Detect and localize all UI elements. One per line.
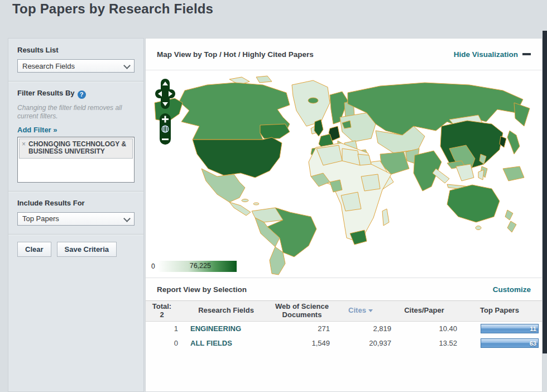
report-view-header: Report View by Selection Customize <box>146 278 542 300</box>
cell-rank: 0 <box>146 339 178 347</box>
map-pan-control[interactable] <box>155 79 175 109</box>
page: Top Papers by Research Fields Results Li… <box>0 0 547 392</box>
hide-visualization-link[interactable]: Hide Visualization <box>454 50 531 59</box>
column-research-fields: Research Fields <box>178 307 274 315</box>
field-link[interactable]: ALL FIELDS <box>178 339 274 347</box>
sort-caret-icon <box>368 309 373 312</box>
report-table-header: Total: 2 Research Fields Web of Science … <box>146 300 542 322</box>
filter-section: Filter Results By? Changing the filter f… <box>8 81 143 191</box>
sidebar-actions: Clear Save Criteria <box>8 234 143 265</box>
cell-top-papers: 11 <box>457 324 542 333</box>
cell-cites: 2,819 <box>330 324 391 333</box>
filter-chip-label: CHONGQING TECHNOLOGY & BUSINESS UNIVERSI… <box>28 141 129 156</box>
cell-cites-per-paper: 13.52 <box>391 339 457 347</box>
top-papers-bar: 63 <box>481 338 539 348</box>
include-results-select[interactable]: Top Papers <box>17 212 135 226</box>
cell-top-papers: 63 <box>457 338 542 348</box>
world-map[interactable] <box>146 70 542 278</box>
report-view-title: Report View by Selection <box>157 285 247 294</box>
main-panel: Map View by Top / Hot / Highly Cited Pap… <box>145 38 543 392</box>
legend-gradient-bar: 76,225 <box>159 261 237 272</box>
include-results-section: Include Results For Top Papers <box>8 191 143 234</box>
include-results-value: Top Papers <box>22 214 59 223</box>
results-list-label: Results List <box>17 46 135 54</box>
results-list-value: Research Fields <box>22 62 75 70</box>
region-russia-central-asia[interactable] <box>348 83 530 161</box>
add-filter-link[interactable]: Add Filter » <box>17 126 135 134</box>
hide-visualization-icon <box>522 53 531 55</box>
legend-min: 0 <box>151 262 155 270</box>
column-wos-documents: Web of Science Documents <box>274 303 330 319</box>
total-header: Total: 2 <box>146 303 178 319</box>
include-results-label: Include Results For <box>17 199 135 207</box>
map-zoom-control[interactable] <box>160 113 171 145</box>
customize-link[interactable]: Customize <box>493 285 531 294</box>
save-criteria-button[interactable]: Save Criteria <box>57 242 117 257</box>
map-area: 0 76,225 <box>146 70 542 278</box>
help-icon[interactable]: ? <box>78 90 86 99</box>
filter-listbox[interactable]: × CHONGQING TECHNOLOGY & BUSINESS UNIVER… <box>17 137 135 183</box>
results-list-section: Results List Research Fields <box>8 39 143 81</box>
region-south-america[interactable] <box>252 208 316 275</box>
window-edge-scrollbar[interactable] <box>543 31 547 353</box>
table-row: 0 ALL FIELDS 1,549 20,937 13.52 63 <box>146 336 542 351</box>
legend-max: 76,225 <box>190 262 211 270</box>
remove-filter-icon[interactable]: × <box>22 141 26 156</box>
cell-docs: 1,549 <box>274 339 330 347</box>
page-title: Top Papers by Research Fields <box>12 1 213 17</box>
filter-chip[interactable]: × CHONGQING TECHNOLOGY & BUSINESS UNIVER… <box>19 138 133 159</box>
map-controls <box>154 79 176 145</box>
map-legend: 0 76,225 <box>151 261 237 272</box>
zoom-out-icon <box>162 138 169 140</box>
top-papers-bar: 11 <box>481 324 539 333</box>
map-view-title: Map View by Top / Hot / Highly Cited Pap… <box>157 50 314 59</box>
map-view-header: Map View by Top / Hot / Highly Cited Pap… <box>146 39 542 70</box>
cell-docs: 271 <box>274 324 330 333</box>
chevron-down-icon <box>123 215 131 222</box>
results-list-select[interactable]: Research Fields <box>17 59 135 73</box>
chevron-down-icon <box>123 62 131 69</box>
region-africa[interactable] <box>309 143 391 245</box>
filter-label: Filter Results By? <box>17 89 135 99</box>
region-north-america[interactable] <box>155 76 330 216</box>
table-row: 1 ENGINEERING 271 2,819 10.40 11 <box>146 322 542 336</box>
filter-note: Changing the filter field removes all cu… <box>17 104 135 121</box>
clear-button[interactable]: Clear <box>17 242 51 257</box>
sidebar: Results List Research Fields Filter Resu… <box>8 38 144 392</box>
region-oceania[interactable] <box>447 185 516 232</box>
field-link[interactable]: ENGINEERING <box>178 324 274 333</box>
column-top-papers: Top Papers <box>457 307 542 315</box>
cell-cites: 20,937 <box>330 339 391 347</box>
cell-rank: 1 <box>146 324 178 333</box>
cell-cites-per-paper: 10.40 <box>391 324 457 333</box>
column-cites-per-paper: Cites/Paper <box>391 307 457 315</box>
column-cites-sort[interactable]: Cites <box>330 307 391 315</box>
